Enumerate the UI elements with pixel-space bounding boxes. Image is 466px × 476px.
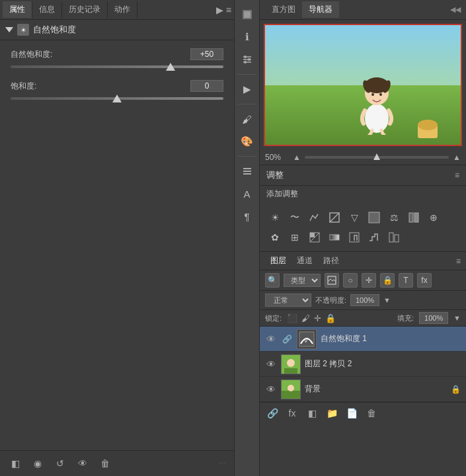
- zoom-thumb: [373, 153, 380, 160]
- layer-row-background[interactable]: 👁 背景 🔒: [260, 377, 466, 402]
- invert-icon[interactable]: [306, 229, 323, 246]
- saturation-label: 饱和度:: [11, 81, 36, 92]
- panel-resize-grip: ⋯: [219, 459, 226, 468]
- lock-pixels-icon[interactable]: ⬛: [287, 313, 297, 323]
- adjust-header: 调整 ≡: [260, 165, 466, 186]
- collapse-icon[interactable]: [5, 27, 13, 32]
- layer-eye-vibrance[interactable]: 👁: [265, 333, 277, 345]
- panel-menu-icon[interactable]: ≡: [226, 5, 231, 15]
- saturation-value[interactable]: 0: [190, 80, 223, 92]
- add-mask-button[interactable]: ◧: [305, 406, 319, 420]
- link-layers-button[interactable]: 🔗: [265, 406, 280, 420]
- left-panel: 属性 信息 历史记录 动作 ▶ ≡ ☀ 自然饱和度 自然饱和度: +50 饱和: [0, 0, 235, 476]
- layer-type-select[interactable]: 类型: [284, 274, 321, 287]
- preview-image: [265, 25, 461, 145]
- brightness-icon[interactable]: ☀: [266, 209, 284, 226]
- right-top-tabs: 直方图 导航器 ◀◀: [260, 0, 466, 20]
- solid-color-icon[interactable]: [366, 209, 383, 226]
- tab-histogram[interactable]: 直方图: [265, 1, 302, 18]
- grid-icon[interactable]: ⊞: [286, 229, 303, 246]
- opacity-arrow[interactable]: ▼: [383, 296, 391, 304]
- filter-move-icon[interactable]: ✛: [362, 273, 376, 288]
- channel-mixer-icon[interactable]: [385, 229, 403, 246]
- play-icon[interactable]: ▶: [237, 79, 258, 100]
- new-group-button[interactable]: 📁: [325, 406, 339, 420]
- curves-icon[interactable]: 〜: [286, 209, 303, 226]
- tab-navigator[interactable]: 导航器: [302, 1, 339, 18]
- adjust-menu-icon[interactable]: ≡: [455, 171, 459, 180]
- filter-lock-icon[interactable]: 🔒: [380, 273, 395, 288]
- vibrance-thumb[interactable]: [166, 63, 175, 71]
- filter-icon[interactable]: 🔍: [265, 273, 280, 288]
- pattern-icon[interactable]: ⊕: [425, 209, 442, 226]
- add-style-button[interactable]: fx: [285, 406, 299, 420]
- tab-history[interactable]: 历史记录: [62, 1, 108, 18]
- vibrance-track[interactable]: [11, 65, 223, 68]
- posterize-icon[interactable]: [366, 229, 383, 246]
- delete-button[interactable]: 🗑: [98, 456, 112, 471]
- layer-eye-bg[interactable]: 👁: [265, 383, 277, 395]
- paint-icon[interactable]: 🎨: [237, 131, 258, 152]
- adjust-icon[interactable]: [237, 49, 258, 70]
- opacity-label: 不透明度:: [315, 296, 346, 305]
- text-icon[interactable]: A: [237, 183, 258, 204]
- panel-arrow-icon[interactable]: ▶: [216, 5, 223, 15]
- filter-image-icon[interactable]: [325, 273, 339, 288]
- layer-row-vibrance[interactable]: 👁 🔗 V 自然饱和度 1: [260, 327, 466, 352]
- tab-paths[interactable]: 路径: [318, 254, 344, 268]
- hsl-icon[interactable]: ⚖: [385, 209, 403, 226]
- lock-all-icon[interactable]: 🔒: [325, 313, 336, 323]
- vibrance-value[interactable]: +50: [190, 48, 223, 60]
- svg-text:V: V: [304, 338, 308, 344]
- fill-value[interactable]: 100%: [419, 312, 448, 324]
- tab-info[interactable]: 信息: [32, 1, 62, 18]
- tab-layers[interactable]: 图层: [265, 254, 291, 268]
- lock-move-icon[interactable]: ✛: [314, 313, 321, 323]
- gradient-map-icon[interactable]: [326, 229, 343, 246]
- fill-label: 填充:: [397, 313, 414, 323]
- lock-brush-icon[interactable]: 🖌: [301, 313, 310, 323]
- levels-icon[interactable]: [306, 209, 323, 226]
- blend-mode-select[interactable]: 正常: [265, 294, 311, 307]
- opacity-value[interactable]: 100%: [350, 294, 379, 306]
- mask-button[interactable]: ◧: [8, 456, 22, 471]
- brush-icon[interactable]: 🖌: [237, 108, 258, 130]
- colorize-icon[interactable]: ✿: [266, 229, 284, 246]
- saturation-track[interactable]: [11, 97, 223, 100]
- exposure-icon[interactable]: [326, 209, 343, 226]
- saturation-thumb[interactable]: [112, 95, 122, 102]
- color-balance-icon[interactable]: [405, 209, 422, 226]
- tab-properties[interactable]: 属性: [3, 1, 32, 18]
- info-icon[interactable]: ℹ: [237, 26, 258, 48]
- layer-eye-copy2[interactable]: 👁: [265, 358, 277, 370]
- fill-arrow[interactable]: ▼: [453, 314, 461, 322]
- layer-thumb-vibrance: V: [297, 329, 317, 349]
- layers-icon[interactable]: [237, 4, 258, 25]
- svg-point-31: [287, 359, 295, 367]
- list-icon[interactable]: [237, 161, 258, 182]
- eye-button[interactable]: 👁: [75, 456, 90, 471]
- new-layer-button[interactable]: 📄: [344, 406, 359, 420]
- image-preview: [260, 20, 466, 150]
- layers-menu-icon[interactable]: ≡: [456, 257, 461, 266]
- zoom-label: 50%: [265, 153, 289, 162]
- filter-circle-icon[interactable]: ○: [343, 273, 358, 288]
- tab-actions[interactable]: 动作: [108, 1, 137, 18]
- filter-text-icon[interactable]: T: [399, 273, 413, 288]
- paragraph-icon[interactable]: ¶: [237, 206, 258, 227]
- layer-thumb-copy2: [281, 354, 301, 374]
- delete-layer-button[interactable]: 🗑: [364, 406, 379, 420]
- layer-row-copy2[interactable]: 👁 图层 2 拷贝 2: [260, 352, 466, 377]
- visibility-button[interactable]: ◉: [30, 456, 45, 471]
- zoom-track[interactable]: [305, 156, 449, 159]
- filter-fx-icon[interactable]: fx: [417, 273, 432, 288]
- svg-point-16: [418, 120, 438, 130]
- vibrance-adj-icon[interactable]: ▽: [346, 209, 363, 226]
- lock-icons: ⬛ 🖌 ✛ 🔒: [287, 313, 336, 323]
- undo-button[interactable]: ↺: [53, 456, 67, 471]
- tab-channels[interactable]: 通道: [291, 254, 318, 268]
- properties-bottom-tools: ◧ ◉ ↺ 👁 🗑 ⋯: [0, 450, 234, 476]
- threshold-icon[interactable]: [346, 229, 363, 246]
- zoom-in-icon[interactable]: ▲: [453, 153, 461, 162]
- zoom-out-icon[interactable]: ▲: [293, 153, 301, 162]
